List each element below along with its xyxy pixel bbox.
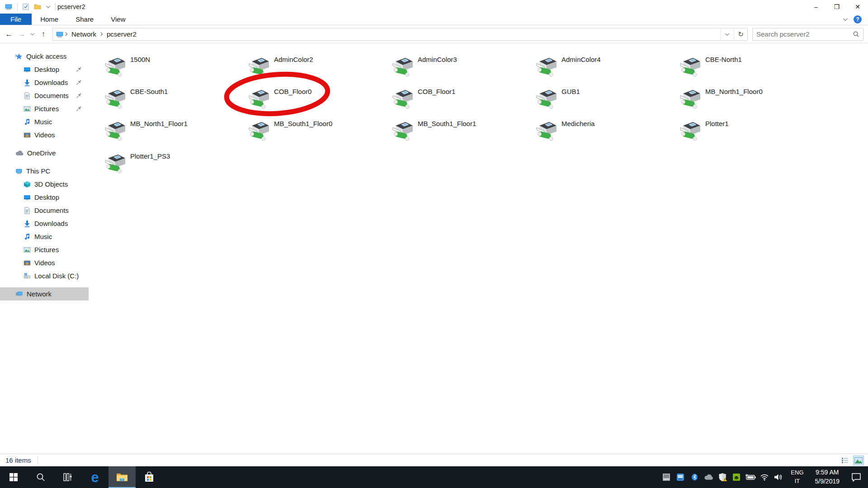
volume-icon[interactable] (773, 472, 784, 483)
desktop-icon (24, 66, 31, 73)
address-bar[interactable]: Network pcserver2 ↻ (52, 28, 748, 41)
network-printer-icon (679, 88, 703, 110)
chevron-right-icon[interactable] (65, 32, 68, 37)
sidebar-item-local-disk[interactable]: Local Disk (C:) (0, 269, 89, 282)
documents-icon (24, 92, 31, 99)
sidebar-item-documents-qa[interactable]: Documents (0, 89, 89, 102)
chevron-right-icon[interactable] (100, 32, 103, 37)
file-explorer-button[interactable] (108, 466, 136, 488)
tab-home[interactable]: Home (32, 14, 67, 25)
back-button[interactable]: ← (3, 28, 15, 41)
music-icon (24, 118, 31, 126)
onedrive-tray-icon[interactable] (703, 472, 714, 483)
forward-button[interactable]: → (15, 28, 28, 41)
network-printer-icon (248, 88, 271, 110)
properties-icon[interactable] (22, 3, 29, 10)
tab-file[interactable]: File (0, 14, 32, 25)
network-printer-icon (248, 120, 271, 142)
printer-item[interactable]: MB_South1_Floor1 (392, 119, 527, 147)
explorer-window: pcserver2 – ❐ ✕ File Home Share View ? ←… (0, 0, 868, 466)
details-view-button[interactable] (840, 456, 850, 465)
search-icon (36, 473, 45, 482)
edge-button[interactable]: e (81, 466, 108, 488)
up-button[interactable]: ↑ (37, 28, 50, 41)
sidebar-item-music-qa[interactable]: Music (0, 115, 89, 128)
search-input[interactable] (756, 30, 853, 38)
minimize-button[interactable]: – (806, 0, 826, 14)
defender-warning-icon[interactable] (717, 472, 728, 483)
details-view-icon (841, 457, 849, 464)
sidebar-item-pictures[interactable]: Pictures (0, 243, 89, 256)
sidebar-item-desktop-qa[interactable]: Desktop (0, 63, 89, 76)
store-button[interactable] (136, 466, 163, 488)
sidebar-item-music[interactable]: Music (0, 230, 89, 243)
pin-icon (75, 105, 82, 112)
network-printer-icon (535, 88, 559, 110)
quick-access-star-icon (15, 53, 23, 60)
refresh-icon[interactable]: ↻ (734, 28, 747, 40)
printer-item[interactable]: CBE-North1 (679, 55, 815, 83)
sidebar-item-3d-objects[interactable]: 3D Objects (0, 178, 89, 191)
system-tray: ENG IT 9:59 AM 5/9/2019 (661, 466, 868, 488)
address-dropdown-chevron-icon[interactable] (720, 28, 734, 40)
nvidia-tray-icon[interactable] (731, 472, 742, 483)
printer-item[interactable]: Medicheria (535, 119, 671, 147)
network-printer-icon (679, 56, 703, 78)
sidebar-item-quick-access[interactable]: Quick access (0, 50, 89, 63)
printer-item-circled[interactable]: COB_Floor0 (248, 87, 383, 115)
printer-item[interactable]: MB_South1_Floor0 (248, 119, 383, 147)
customize-toolbar-chevron-icon[interactable] (46, 5, 51, 9)
network-printer-icon (392, 88, 415, 110)
printer-item[interactable]: AdminColor2 (248, 55, 383, 83)
recent-locations-chevron-icon[interactable] (28, 28, 37, 41)
taskbar-search-button[interactable] (27, 466, 54, 488)
new-folder-icon[interactable] (34, 3, 41, 10)
breadcrumb-network[interactable]: Network (69, 29, 99, 39)
printer-item[interactable]: AdminColor3 (392, 55, 527, 83)
action-center-button[interactable] (847, 473, 865, 482)
search-icon[interactable] (853, 31, 859, 38)
tab-share[interactable]: Share (67, 14, 102, 25)
search-box[interactable] (752, 28, 863, 41)
printer-item[interactable]: MB_North1_Floor1 (104, 119, 240, 147)
time: 9:59 AM (815, 468, 840, 477)
printer-item[interactable]: AdminColor4 (535, 55, 671, 83)
large-icons-view-button[interactable] (854, 456, 863, 465)
expand-ribbon-chevron-icon[interactable] (843, 18, 848, 21)
battery-icon[interactable] (745, 472, 756, 483)
printer-item[interactable]: COB_Floor1 (392, 87, 527, 115)
pictures-icon (24, 246, 31, 253)
tab-view[interactable]: View (102, 14, 134, 25)
sidebar-item-videos[interactable]: Videos (0, 256, 89, 269)
task-view-button[interactable] (54, 466, 81, 488)
sidebar-item-videos-qa[interactable]: Videos (0, 128, 89, 141)
printer-item[interactable]: Plotter1_PS3 (104, 152, 240, 180)
sidebar-item-onedrive[interactable]: OneDrive (0, 146, 89, 160)
network-printer-icon (392, 56, 415, 78)
printer-item[interactable]: 1500N (104, 55, 240, 83)
bluetooth-icon[interactable] (689, 472, 700, 483)
sidebar-item-downloads[interactable]: Downloads (0, 217, 89, 230)
help-button[interactable]: ? (854, 15, 862, 23)
taskbar-clock[interactable]: 9:59 AM 5/9/2019 (811, 468, 844, 486)
sidebar-item-downloads-qa[interactable]: Downloads (0, 76, 89, 89)
local-disk-icon (24, 272, 31, 280)
sidebar-item-desktop[interactable]: Desktop (0, 191, 89, 204)
printer-item[interactable]: CBE-South1 (104, 87, 240, 115)
computer-icon (56, 30, 64, 38)
wifi-icon[interactable] (759, 472, 770, 483)
start-button[interactable] (0, 466, 27, 488)
close-button[interactable]: ✕ (847, 0, 868, 14)
sidebar-item-network[interactable]: Network (0, 287, 89, 300)
breadcrumb-pcserver2[interactable]: pcserver2 (104, 29, 139, 39)
language-indicator[interactable]: ENG IT (787, 469, 807, 486)
restore-button[interactable]: ❐ (826, 0, 847, 14)
graphics-tray-icon[interactable] (675, 472, 686, 483)
printer-item[interactable]: GUB1 (535, 87, 671, 115)
sidebar-item-pictures-qa[interactable]: Pictures (0, 102, 89, 115)
printer-item[interactable]: Plotter1 (679, 119, 815, 147)
printer-item[interactable]: MB_North1_Floor0 (679, 87, 815, 115)
sidebar-item-this-pc[interactable]: This PC (0, 164, 89, 178)
sidebar-item-documents[interactable]: Documents (0, 204, 89, 217)
remote-display-tray-icon[interactable] (661, 472, 672, 483)
